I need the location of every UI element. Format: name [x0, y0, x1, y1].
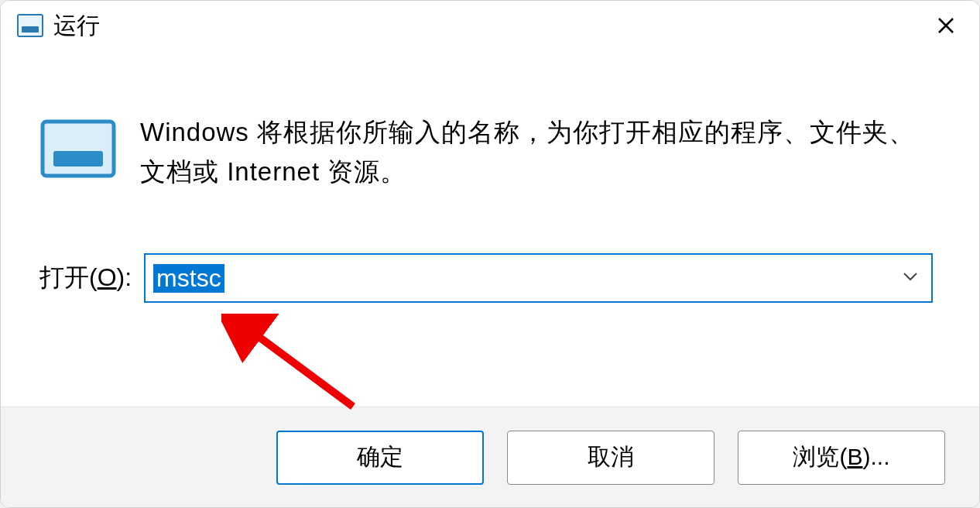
svg-rect-4 [43, 122, 114, 176]
svg-rect-5 [53, 151, 103, 166]
description-text: Windows 将根据你所输入的名称，为你打开相应的程序、文件夹、文档或 Int… [140, 112, 933, 191]
chevron-down-icon[interactable] [902, 271, 919, 285]
browse-label-accelerator: B [847, 444, 862, 469]
open-combobox-value: mstsc [153, 264, 224, 293]
close-button[interactable] [928, 8, 964, 43]
open-label-prefix: 打开( [39, 263, 98, 291]
svg-rect-1 [22, 26, 39, 33]
run-dialog-window: 运行 Windows 将根据你所输入的名称，为你打开相应的程序、文件夹、文档或 … [0, 0, 980, 508]
dialog-title: 运行 [53, 10, 928, 42]
cancel-button[interactable]: 取消 [507, 431, 714, 485]
open-combobox[interactable]: mstsc [144, 253, 933, 303]
description-row: Windows 将根据你所输入的名称，为你打开相应的程序、文件夹、文档或 Int… [39, 112, 933, 191]
close-icon [937, 16, 955, 35]
run-icon-small [16, 12, 44, 39]
svg-rect-0 [18, 15, 43, 36]
svg-line-7 [248, 329, 353, 407]
open-input-row: 打开(O): mstsc [39, 253, 933, 303]
ok-button[interactable]: 确定 [276, 431, 484, 485]
run-icon-large [39, 118, 117, 180]
browse-button[interactable]: 浏览(B)... [738, 431, 945, 485]
browse-label-suffix: )... [863, 444, 890, 469]
button-bar: 确定 取消 浏览(B)... [1, 407, 979, 507]
title-bar: 运行 [1, 1, 979, 50]
browse-label-prefix: 浏览( [793, 444, 847, 469]
open-label: 打开(O): [39, 261, 132, 295]
open-label-suffix: ): [117, 263, 132, 291]
dialog-content: Windows 将根据你所输入的名称，为你打开相应的程序、文件夹、文档或 Int… [1, 50, 979, 407]
annotation-arrow [221, 314, 376, 422]
open-label-accelerator: O [98, 263, 117, 291]
